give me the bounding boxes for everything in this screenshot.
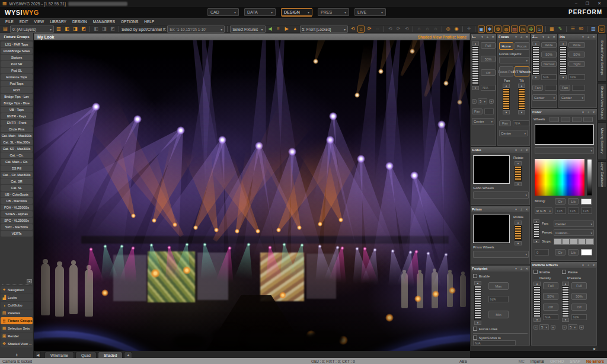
minimize-button[interactable]: – (575, 1, 577, 7)
fixture-group-item[interactable]: Cat. SL (1, 185, 33, 191)
fixture-group-item[interactable]: Bridge Tips - Lav (1, 94, 33, 100)
shaded-view-profile-label[interactable]: Shaded View Profile: None (418, 35, 467, 39)
levels-icon[interactable]: ▥ (590, 25, 597, 33)
red-value-field[interactable]: 128 (555, 207, 566, 214)
zoom-wide-button[interactable]: Wide (541, 42, 557, 48)
particles-pause-checkbox[interactable] (562, 270, 566, 274)
gobo-rotate-down-arrow[interactable]: ▼ (515, 182, 522, 186)
verts-expand-button[interactable]: ▾ (27, 279, 32, 283)
sidebar-tab[interactable]: ▟ Looks (1, 294, 33, 301)
focus-objects-select[interactable] (499, 57, 529, 63)
sidebar-tab[interactable]: ‼ Fixture Groups (1, 317, 33, 324)
panel-menu-icon[interactable]: ▾ (514, 148, 518, 153)
coordinate-mode[interactable]: ABS (459, 359, 467, 363)
orbit-right-icon[interactable]: ⟲ (403, 25, 410, 33)
pan-tool-icon[interactable]: ✛ (465, 25, 472, 33)
zoom-50-button[interactable]: 50% (541, 52, 557, 58)
fixture-group-item[interactable]: Cat. - Cir. (1, 152, 33, 158)
fixture-group-item[interactable]: Cat. SR (1, 178, 33, 184)
select-fixtures-dropdown[interactable]: Select Fixtures (230, 25, 265, 33)
density-full-button[interactable]: Full (543, 282, 558, 289)
fixture-group-item[interactable]: SIDES - Alphas (1, 211, 33, 217)
fixture-group-item[interactable]: Circle Pins (1, 126, 33, 132)
status-toggle[interactable]: ORTHO (550, 359, 564, 363)
iris-tight-button[interactable]: Tight (568, 61, 585, 67)
blue-value-field[interactable]: 128 (581, 207, 592, 214)
fixture-group-item[interactable]: Pod SL (1, 68, 33, 74)
view-tab[interactable]: Wireframe (44, 352, 74, 358)
iris-up-arrow[interactable]: ▲ (560, 41, 567, 46)
iris-value-field[interactable]: N/A (568, 74, 585, 80)
pan-wheel[interactable] (503, 88, 510, 110)
color-picker-icon[interactable]: ▨ (511, 25, 518, 33)
render-scene[interactable] (34, 40, 470, 351)
panel-menu-icon[interactable]: ▾ (480, 34, 484, 40)
fixture-group-item[interactable]: Pod SR (1, 61, 33, 67)
focus-fan-mode-select[interactable]: Center (499, 130, 528, 136)
intensity-down-arrow[interactable]: ▼ (472, 86, 479, 90)
ghost-beam-icon[interactable]: ◨ (101, 25, 108, 33)
prism-rotate-up-arrow[interactable]: ▲ (515, 221, 522, 225)
mode-tab[interactable]: DATA (244, 8, 276, 16)
maximize-button[interactable]: ❐ (586, 1, 589, 7)
spot-mode-icon[interactable]: ◧ (63, 25, 71, 33)
panel-menu-icon[interactable]: ▾ (541, 34, 545, 40)
focus-pad-button[interactable]: Focus Pad (499, 66, 513, 76)
stops-library-button[interactable]: Lib (568, 249, 579, 256)
view-tab[interactable]: Quad (75, 352, 97, 358)
status-toggle[interactable]: SNAP (570, 359, 580, 363)
mode-tab[interactable]: LIVE (354, 8, 386, 16)
zoom-selected-icon[interactable]: ◉ (453, 25, 460, 33)
fixture-group-item[interactable]: Cat. - Cir. Mac300s (1, 172, 33, 178)
focus-lines-checkbox[interactable] (473, 327, 477, 331)
tilt-wheel[interactable] (518, 88, 525, 110)
intensity-step-select[interactable]: 5 (478, 98, 487, 104)
close-icon[interactable]: ✕ (525, 148, 529, 153)
active-layer-icon[interactable]: ▥ (55, 25, 62, 33)
intensity-up-arrow[interactable]: ▲ (472, 41, 479, 46)
color-library-button[interactable]: Lib (568, 198, 579, 205)
front-view-icon[interactable]: ⌂ (416, 25, 423, 33)
pin-icon[interactable]: ⊥ (586, 110, 590, 115)
divider[interactable] (442, 26, 442, 32)
density-50-button[interactable]: 50% (543, 293, 558, 300)
tilt-down-arrow[interactable]: ▼ (518, 110, 525, 114)
iris-fan-field[interactable] (572, 85, 585, 91)
density-increment-button[interactable]: + (551, 325, 555, 330)
panel-menu-icon[interactable]: ▾ (514, 266, 518, 272)
color-mode-select[interactable]: R G B (535, 207, 552, 214)
intensity-fan-field[interactable] (484, 108, 494, 114)
sync-focus-field[interactable]: N/A (473, 340, 516, 346)
docked-panel-tab[interactable]: Moving Scenery (598, 122, 607, 160)
intensity-decrement-button[interactable]: - (472, 99, 477, 104)
pin-icon[interactable]: ⊥ (547, 34, 551, 40)
intensity-slider[interactable] (472, 46, 479, 85)
fixture-group-item[interactable]: FOH - VL2500Ss (1, 205, 33, 210)
mode-tab[interactable]: PRES (318, 8, 349, 16)
fixture-group-item[interactable]: Bridge Tips - Blue (1, 100, 33, 106)
color-fan-mode-select[interactable]: Center (554, 221, 594, 227)
fixture-group-item[interactable]: SPC - VL2500Ss (1, 218, 33, 223)
divider[interactable] (384, 26, 384, 32)
spot-channel-input[interactable]: Ex: '1-10,15'/'ch 1-10' (167, 25, 225, 33)
side-view-icon[interactable]: ⌂ (432, 25, 439, 33)
menu-item[interactable]: FILE (2, 20, 17, 24)
mode-tab[interactable]: CAD (207, 8, 239, 16)
intensity-icon[interactable]: ◍ (503, 25, 510, 33)
brightness-slider[interactable] (587, 159, 592, 196)
divider[interactable] (566, 26, 567, 32)
menu-item[interactable]: LIBRARY (47, 20, 69, 24)
fixture-group-item[interactable]: Statues (1, 55, 33, 60)
iris-fan-mode-select[interactable]: Center (560, 94, 585, 101)
iris-down-arrow[interactable]: ▼ (560, 75, 567, 79)
status-toggle[interactable]: No Errors (586, 359, 604, 363)
prism-rotate-wheel[interactable] (515, 225, 522, 241)
intensity-off-button[interactable]: Off (481, 69, 496, 76)
ghost-spot-icon[interactable]: ◧ (92, 25, 100, 33)
mode-tab[interactable]: DESIGN (281, 8, 312, 16)
sync-focus-checkbox[interactable] (473, 336, 477, 340)
color-wheel-tab[interactable] (572, 117, 582, 122)
panel-menu-icon[interactable]: ▾ (514, 207, 518, 212)
zoom-fan-mode-select[interactable]: Center (532, 94, 557, 101)
density-value-field[interactable]: N/A (543, 314, 558, 320)
